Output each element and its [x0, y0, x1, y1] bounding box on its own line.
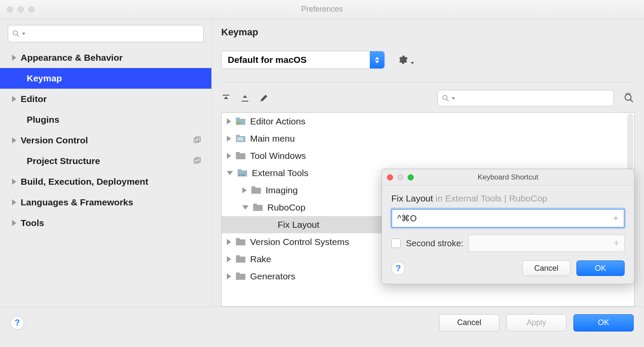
- folder-icon: [235, 272, 246, 281]
- svg-rect-34: [236, 255, 240, 257]
- divider: [221, 82, 635, 82]
- search-icon: [442, 95, 449, 102]
- svg-rect-19: [237, 139, 243, 140]
- folder-icon: [235, 117, 246, 126]
- svg-rect-17: [236, 135, 240, 137]
- nav-keymap[interactable]: Keymap: [0, 68, 211, 89]
- dialog-title: Keyboard Shortcut: [382, 173, 634, 182]
- nav-tools[interactable]: Tools: [0, 213, 211, 233]
- gear-icon[interactable]: [397, 54, 408, 65]
- dialog-cancel-button[interactable]: Cancel: [522, 260, 570, 276]
- nav-appearance[interactable]: Appearance & Behavior: [0, 47, 211, 68]
- second-stroke-input: +: [468, 235, 625, 252]
- search-dropdown-icon: [22, 33, 25, 35]
- svg-point-8: [443, 96, 447, 100]
- add-stroke-icon[interactable]: +: [613, 213, 619, 224]
- svg-rect-28: [251, 186, 255, 189]
- find-by-shortcut-icon[interactable]: [623, 93, 635, 104]
- svg-rect-5: [196, 158, 200, 162]
- folder-icon: [235, 238, 246, 246]
- scheme-dropdown-button[interactable]: [370, 51, 384, 68]
- nav-plugins[interactable]: Plugins: [0, 109, 211, 130]
- shortcut-value: ^⌘O: [397, 213, 417, 223]
- expand-all-icon[interactable]: [221, 93, 231, 103]
- second-stroke-checkbox[interactable]: [391, 239, 401, 248]
- window-title: Preferences: [0, 5, 644, 14]
- project-icon: [193, 136, 201, 144]
- svg-rect-33: [236, 257, 245, 263]
- tree-row[interactable]: Main menu: [222, 130, 634, 147]
- dialog-help-button[interactable]: ?: [391, 261, 405, 275]
- svg-rect-18: [237, 138, 243, 139]
- svg-rect-32: [236, 238, 240, 240]
- folder-icon: [235, 152, 246, 160]
- tree-toolbar: [221, 90, 635, 106]
- dialog-action-label: Fix Layout in External Tools | RuboCop: [391, 193, 625, 204]
- search-dropdown-icon: [452, 97, 455, 99]
- nav-list: Appearance & Behavior Keymap Editor Plug…: [0, 47, 211, 233]
- folder-icon: [235, 255, 246, 263]
- keymap-scheme-select[interactable]: Default for macOS: [221, 51, 385, 69]
- ok-button[interactable]: OK: [573, 314, 634, 332]
- svg-rect-25: [241, 174, 242, 176]
- svg-line-9: [447, 99, 449, 102]
- add-stroke-icon: +: [613, 238, 619, 249]
- help-button[interactable]: ?: [10, 316, 24, 330]
- edit-icon[interactable]: [259, 93, 269, 103]
- dialog-titlebar: Keyboard Shortcut: [382, 169, 634, 186]
- keyboard-shortcut-dialog: Keyboard Shortcut Fix Layout in External…: [381, 169, 635, 284]
- svg-rect-35: [236, 274, 245, 280]
- svg-rect-26: [243, 174, 245, 176]
- sidebar-search[interactable]: [8, 25, 204, 42]
- shortcut-input[interactable]: ^⌘O +: [391, 209, 625, 228]
- svg-rect-23: [238, 169, 242, 171]
- tree-row[interactable]: Tool Windows: [222, 147, 634, 164]
- tree-row[interactable]: Editor Actions: [222, 113, 634, 130]
- cancel-button[interactable]: Cancel: [439, 314, 499, 332]
- svg-rect-13: [236, 118, 240, 120]
- footer: ? Cancel Apply OK: [0, 307, 644, 338]
- svg-rect-30: [253, 204, 257, 206]
- folder-icon: [251, 186, 261, 195]
- svg-rect-16: [236, 136, 245, 142]
- folder-icon: [237, 169, 248, 177]
- folder-icon: [235, 134, 246, 143]
- svg-rect-29: [253, 205, 263, 211]
- svg-rect-3: [196, 137, 200, 141]
- nav-editor[interactable]: Editor: [0, 89, 211, 109]
- nav-vcs[interactable]: Version Control: [0, 130, 211, 151]
- scheme-label: Default for macOS: [228, 55, 307, 65]
- svg-point-10: [625, 94, 631, 100]
- svg-rect-21: [236, 152, 240, 154]
- nav-languages[interactable]: Languages & Frameworks: [0, 192, 211, 213]
- svg-point-0: [13, 31, 18, 35]
- svg-rect-2: [194, 138, 198, 143]
- svg-rect-24: [239, 174, 240, 176]
- svg-rect-14: [237, 122, 241, 123]
- page-heading: Keymap: [221, 27, 635, 38]
- project-icon: [193, 157, 201, 165]
- svg-rect-36: [236, 273, 240, 275]
- action-search[interactable]: [437, 90, 614, 106]
- dialog-ok-button[interactable]: OK: [576, 260, 625, 276]
- svg-rect-4: [194, 159, 198, 163]
- apply-button[interactable]: Apply: [506, 314, 567, 332]
- svg-rect-31: [236, 239, 245, 245]
- sidebar: Appearance & Behavior Keymap Editor Plug…: [0, 19, 212, 307]
- svg-line-1: [17, 35, 19, 37]
- second-stroke-label: Second stroke:: [406, 239, 463, 248]
- collapse-all-icon[interactable]: [240, 93, 250, 103]
- svg-rect-15: [237, 124, 239, 124]
- nav-build[interactable]: Build, Execution, Deployment: [0, 171, 211, 192]
- folder-icon: [253, 203, 263, 212]
- svg-rect-27: [251, 188, 261, 194]
- nav-project-structure[interactable]: Project Structure: [0, 151, 211, 171]
- titlebar: Preferences: [0, 0, 644, 19]
- search-icon: [12, 30, 19, 37]
- svg-line-11: [630, 99, 633, 102]
- svg-rect-20: [236, 153, 245, 159]
- gear-dropdown-icon: [411, 62, 414, 64]
